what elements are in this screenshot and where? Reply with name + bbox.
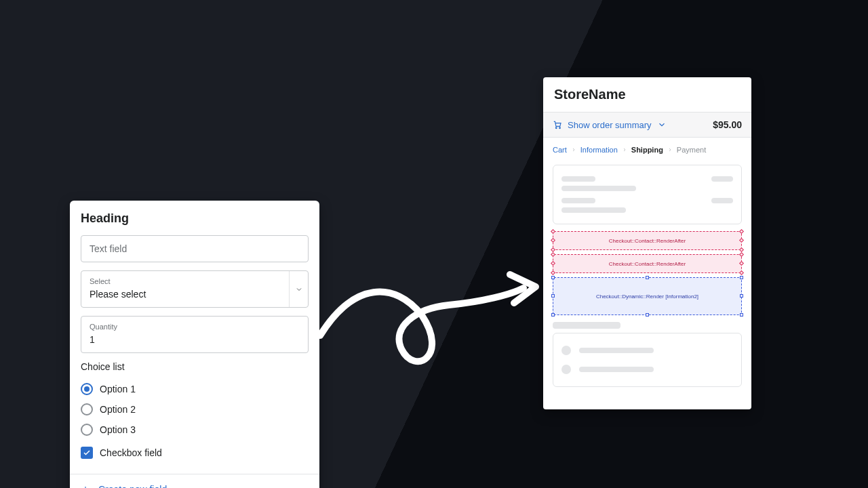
- extension-zone-label: Checkout::Contact::RenderAfter: [609, 261, 686, 267]
- option-label: Option 3: [100, 424, 136, 435]
- extension-zone-label: Checkout::Dynamic::Render [Information2]: [596, 293, 698, 300]
- radio-option-3[interactable]: Option 3: [81, 420, 309, 440]
- chevron-down-icon: [657, 120, 667, 129]
- text-field-input[interactable]: Text field: [81, 235, 309, 262]
- order-summary-toggle[interactable]: Show order summary $95.00: [543, 112, 751, 138]
- option-label: Option 2: [100, 404, 136, 415]
- checkbox-checked-icon: [81, 447, 93, 459]
- svg-point-5: [555, 127, 557, 129]
- extension-zone-label: Checkout::Contact::RenderAfter: [609, 238, 686, 244]
- checkbox-field[interactable]: Checkbox field: [81, 443, 309, 463]
- arrow-illustration: [313, 268, 544, 383]
- radio-icon: [81, 383, 93, 395]
- chevron-right-icon: [622, 147, 627, 152]
- select-value: Please select: [90, 289, 146, 300]
- quantity-stepper[interactable]: Quantity 1: [81, 316, 309, 353]
- radio-icon: [81, 403, 93, 415]
- breadcrumb-step: Shipping: [631, 146, 663, 154]
- breadcrumb: Cart Information Shipping Payment: [543, 138, 751, 162]
- option-label: Option 1: [100, 384, 136, 394]
- chevron-right-icon: [667, 147, 673, 152]
- create-new-field-label: Create new field: [98, 484, 167, 488]
- skeleton-heading: [553, 322, 620, 329]
- breadcrumb-step[interactable]: Cart: [553, 146, 567, 154]
- skeleton-review-card: [553, 165, 742, 224]
- quantity-value: 1: [90, 334, 95, 345]
- cart-icon: [553, 120, 562, 129]
- radio-option-1[interactable]: Option 1: [81, 379, 309, 399]
- order-summary-label: Show order summary: [568, 120, 652, 130]
- skeleton-options-card: [553, 333, 742, 387]
- plus-icon: [81, 485, 90, 488]
- quantity-label: Quantity: [90, 323, 260, 331]
- svg-point-6: [559, 127, 561, 129]
- extension-zone-dynamic[interactable]: Checkout::Dynamic::Render [Information2]: [553, 277, 742, 315]
- select-label: Select: [90, 278, 146, 285]
- form-builder-card: Heading Text field Select Please select …: [70, 201, 319, 488]
- chevron-right-icon: [571, 147, 576, 152]
- store-name: StoreName: [554, 87, 741, 102]
- create-new-field-button[interactable]: Create new field: [70, 474, 319, 488]
- order-total: $95.00: [713, 119, 742, 130]
- select-input[interactable]: Select Please select: [81, 270, 309, 308]
- choice-list-label: Choice list: [81, 361, 309, 372]
- breadcrumb-step[interactable]: Information: [580, 146, 618, 154]
- text-field-placeholder: Text field: [90, 243, 127, 254]
- chevron-down-icon: [289, 271, 308, 307]
- form-heading: Heading: [81, 211, 309, 226]
- radio-option-2[interactable]: Option 2: [81, 399, 309, 420]
- radio-icon: [81, 424, 93, 436]
- checkout-preview-card: StoreName Show order summary $95.00 Cart…: [543, 77, 751, 409]
- extension-zone-contact-2[interactable]: Checkout::Contact::RenderAfter: [553, 254, 742, 273]
- extension-zone-contact-1[interactable]: Checkout::Contact::RenderAfter: [553, 231, 742, 250]
- checkbox-label: Checkbox field: [100, 447, 162, 458]
- breadcrumb-step: Payment: [677, 146, 706, 154]
